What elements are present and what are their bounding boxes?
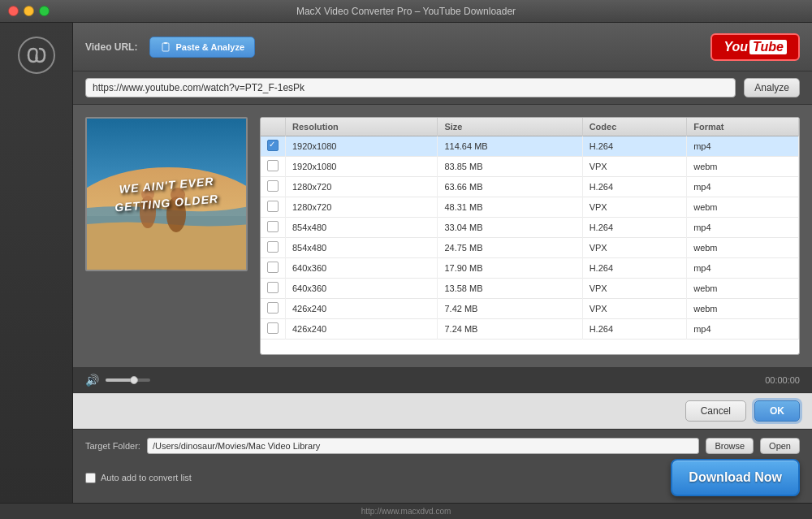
tube-text: Tube [749,40,787,54]
row-checkbox[interactable] [267,322,279,334]
row-check-cell[interactable] [261,197,286,218]
row-checkbox[interactable] [267,221,279,232]
row-format: webm [687,299,799,319]
ok-button[interactable]: OK [754,400,800,422]
row-format: mp4 [687,258,799,279]
row-resolution: 1920x1080 [286,157,438,177]
row-format: mp4 [687,218,799,238]
table-row[interactable]: 1280x720 63.66 MB H.264 mp4 [261,177,799,197]
table-row[interactable]: 1280x720 48.31 MB VPX webm [261,197,799,218]
center-content: WE AIN'T EVER GETTING OLDER Resolution S… [73,105,812,367]
row-codec: H.264 [582,258,687,279]
row-resolution: 640x360 [286,258,438,279]
app-body: Video URL: Paste & Analyze You Tube A [0,23,812,519]
maximize-button[interactable] [39,6,50,16]
row-resolution: 854x480 [286,218,438,238]
row-codec: H.264 [582,136,687,157]
row-checkbox[interactable] [267,282,279,293]
playback-bar: 🔊 00:00:00 [73,367,812,393]
table-row[interactable]: 426x240 7.24 MB H.264 mp4 [261,319,799,340]
ok-cancel-bar: Cancel OK [73,393,812,429]
paste-analyze-button[interactable]: Paste & Analyze [149,37,255,58]
table-row[interactable]: 1920x1080 83.85 MB VPX webm [261,157,799,177]
table-row[interactable]: 640x360 13.58 MB VPX webm [261,279,799,299]
paste-btn-label: Paste & Analyze [175,42,244,52]
auto-add-label: Auto add to convert list [101,473,192,482]
row-size: 24.75 MB [438,238,582,258]
svg-rect-2 [164,42,167,44]
minimize-button[interactable] [24,6,34,16]
row-check-cell[interactable] [261,299,286,319]
browse-button[interactable]: Browse [706,438,754,454]
speaker-icon: 🔊 [85,374,99,387]
row-size: 7.24 MB [438,319,582,340]
row-format: mp4 [687,319,799,340]
clipboard-icon [160,41,171,53]
toolbar: Video URL: Paste & Analyze You Tube [73,23,812,71]
row-size: 7.42 MB [438,299,582,319]
video-url-label: Video URL: [85,41,137,53]
open-button[interactable]: Open [760,438,800,454]
auto-add-row: Auto add to convert list [85,473,192,483]
url-input[interactable] [85,78,736,97]
row-check-cell[interactable] [261,177,286,197]
col-check [261,118,286,136]
row-format: mp4 [687,177,799,197]
row-checkbox[interactable] [267,262,279,273]
col-format: Format [687,118,799,136]
video-overlay-text: WE AIN'T EVER GETTING OLDER [106,170,227,218]
sidebar [0,23,73,503]
row-codec: H.264 [582,218,687,238]
video-thumbnail: WE AIN'T EVER GETTING OLDER [85,117,248,271]
row-resolution: 1280x720 [286,197,438,218]
youtube-badge: You Tube [710,33,800,61]
table-row[interactable]: 854x480 33.04 MB H.264 mp4 [261,218,799,238]
row-size: 83.85 MB [438,157,582,177]
row-resolution: 426x240 [286,319,438,340]
row-checkbox[interactable] [267,201,279,212]
logo-icon [17,36,56,75]
row-format: webm [687,279,799,299]
url-bar: Analyze [73,71,812,105]
row-check-cell[interactable] [261,258,286,279]
row-check-cell[interactable] [261,157,286,177]
row-check-cell[interactable] [261,319,286,340]
table-header-row: Resolution Size Codec Format [261,118,799,136]
table-row[interactable]: 1920x1080 114.64 MB H.264 mp4 [261,136,799,157]
auto-add-checkbox[interactable] [85,473,96,483]
download-now-button[interactable]: Download Now [671,459,800,496]
volume-slider[interactable] [106,378,150,382]
row-checkbox[interactable] [267,241,279,253]
table-row[interactable]: 854x480 24.75 MB VPX webm [261,238,799,258]
row-codec: H.264 [582,319,687,340]
row-size: 33.04 MB [438,218,582,238]
row-codec: VPX [582,279,687,299]
row-resolution: 426x240 [286,299,438,319]
row-size: 13.58 MB [438,279,582,299]
table-row[interactable]: 640x360 17.90 MB H.264 mp4 [261,258,799,279]
row-codec: VPX [582,299,687,319]
row-checkbox[interactable] [267,302,279,314]
row-check-cell[interactable] [261,218,286,238]
cancel-button[interactable]: Cancel [685,400,746,422]
row-codec: H.264 [582,177,687,197]
row-check-cell[interactable] [261,238,286,258]
row-checkbox[interactable] [267,180,279,192]
row-check-cell[interactable] [261,279,286,299]
auto-section: Auto add to convert list Download Now [73,459,812,503]
table-row[interactable]: 426x240 7.42 MB VPX webm [261,299,799,319]
format-table: Resolution Size Codec Format 1920x1080 1… [261,118,799,340]
col-size: Size [438,118,582,136]
target-folder-input[interactable] [147,438,700,454]
row-format: webm [687,157,799,177]
row-checkbox[interactable] [267,140,279,151]
row-check-cell[interactable] [261,136,286,157]
svg-rect-1 [162,43,169,51]
close-button[interactable] [8,6,19,16]
col-codec: Codec [582,118,687,136]
analyze-button[interactable]: Analyze [744,78,800,97]
row-checkbox[interactable] [267,160,279,171]
row-size: 48.31 MB [438,197,582,218]
row-format: webm [687,238,799,258]
row-resolution: 640x360 [286,279,438,299]
